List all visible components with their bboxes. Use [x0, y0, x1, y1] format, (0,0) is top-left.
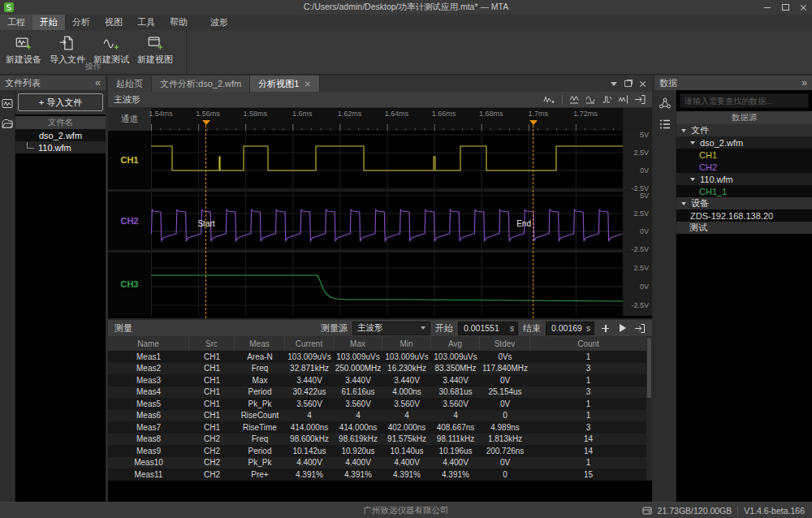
float-view-icon[interactable] [624, 80, 632, 87]
tree-item-110.wfm[interactable]: 110.wfm [676, 173, 812, 185]
measure-start-input[interactable] [459, 323, 517, 333]
table-row[interactable]: Meas4CH1Period30.422us61.616us4.000ns30.… [108, 386, 646, 399]
status-right: 21.73GB/120.00GB V1.4.6-beta.166 [642, 506, 812, 516]
table-cell: 14 [530, 445, 646, 457]
table-row[interactable]: Meas11CH2Pre+4.391%4.391%4.391%4.391%015 [108, 468, 646, 481]
menu-item-1[interactable]: 工程 [0, 15, 32, 30]
export-view-icon[interactable] [634, 94, 646, 105]
tree-item-ch2[interactable]: CH2 [676, 161, 812, 173]
table-cell: Meas4 [108, 386, 189, 399]
channel-label-ch2[interactable]: CH2 [108, 192, 151, 250]
table-cell: CH2 [189, 457, 235, 469]
tree-item--[interactable]: 测试 [676, 222, 812, 234]
caret-down-icon[interactable] [690, 141, 695, 145]
file-row[interactable]: 110.wfm [15, 141, 106, 153]
caret-down-icon[interactable] [681, 202, 686, 205]
application-window: C:/Users/admin/Desktop/功率计测试应用.mta* — MT… [0, 0, 812, 518]
table-row[interactable]: Meas10CH2Pk_Pk4.400V4.400V4.400V4.400V0V… [108, 457, 646, 469]
channel-band-ch3: CH32.5V0V-2.5V [108, 253, 652, 316]
menu-item-6[interactable]: 帮助 [162, 15, 195, 30]
table-row[interactable]: Meas9CH2Period10.142us10.920us10.140us10… [108, 445, 646, 457]
tree-item--[interactable]: 文件 [676, 124, 812, 136]
table-cell: RiseCount [235, 410, 285, 422]
channel-plot-ch2[interactable] [151, 192, 623, 250]
tree-item--[interactable]: 设备 [676, 197, 812, 209]
table-cell: 4 [285, 410, 334, 422]
table-cell: 4.391% [431, 468, 480, 481]
channel-label-ch3[interactable]: CH3 [108, 253, 151, 316]
column-header-min: Min [382, 336, 431, 351]
file-name-column-header: 文件名 [15, 116, 106, 129]
wave-zoom-out-icon[interactable] [585, 94, 598, 105]
file-row[interactable]: dso_2.wfm [15, 129, 106, 141]
waveform-display[interactable]: 通道1.54ms1.56ms1.58ms1.6ms1.62ms1.64ms1.6… [108, 108, 652, 318]
folder-icon[interactable] [2, 119, 13, 129]
maximize-button[interactable] [776, 0, 794, 15]
data-search-input[interactable] [680, 93, 809, 108]
table-scrollbar[interactable] [646, 336, 652, 481]
data-node-icon[interactable] [659, 97, 672, 110]
tab-2[interactable]: 文件分析:dso_2.wfm [152, 76, 250, 92]
axis-corner [623, 108, 652, 131]
ribbon-group-actions: 操作 新建设备导入文件新建测试新建视图 [0, 30, 187, 74]
table-cell: 0 [480, 410, 530, 422]
menu-item-2[interactable]: 开始 [32, 15, 65, 30]
expand-panel-button[interactable]: » [801, 78, 807, 88]
table-cell: 3.560V [431, 398, 480, 410]
data-list-icon[interactable] [659, 118, 672, 131]
data-source-header: 数据源 [676, 111, 812, 124]
close-button[interactable] [794, 0, 812, 15]
menu-item-4[interactable]: 视图 [97, 15, 130, 30]
channel-name: CH2 [120, 216, 138, 226]
wave-pulse-icon[interactable] [602, 94, 614, 105]
run-measure-button[interactable] [616, 322, 628, 335]
menu-item-7[interactable]: 波形 [203, 15, 235, 30]
voltage-scale-label: 5V [640, 131, 649, 139]
table-row[interactable]: Meas3CH1Max3.440V3.440V3.440V3.440V0V1 [108, 374, 646, 386]
close-tab-icon[interactable] [304, 80, 311, 87]
add-measure-button[interactable] [599, 322, 611, 335]
table-row[interactable]: Meas5CH1Pk_Pk3.560V3.560V3.560V3.560V0V1 [108, 398, 646, 410]
channel-label-ch1[interactable]: CH1 [108, 131, 151, 189]
wave-cursor-icon[interactable] [618, 94, 630, 105]
file-name: dso_2.wfm [39, 131, 82, 140]
tree-item-zds-192.168.138.20[interactable]: ZDS-192.168.138.20 [676, 209, 812, 222]
wave-zoom-in-icon[interactable] [569, 94, 581, 105]
table-cell: Period [235, 386, 285, 399]
tree-item-dso_2.wfm[interactable]: dso_2.wfm [676, 136, 812, 149]
table-row[interactable]: Meas1CH1Area-N103.009uVs103.009uVs103.00… [108, 351, 646, 363]
caret-down-icon[interactable] [690, 178, 695, 181]
table-row[interactable]: Meas2CH1Freq32.871kHz250.000MHz16.230kHz… [108, 363, 646, 375]
collapse-panel-button[interactable]: « [95, 78, 101, 88]
menu-item-3[interactable]: 分析 [65, 15, 97, 30]
tab-1[interactable]: 起始页 [108, 76, 152, 92]
close-view-icon[interactable] [639, 80, 646, 88]
disk-usage: 21.73GB/120.00GB [658, 506, 732, 516]
import-file-button[interactable]: + 导入文件 [18, 93, 103, 111]
tab-3[interactable]: 分析视图1 [250, 76, 320, 92]
wave-measure-icon[interactable] [543, 94, 555, 105]
window-title: C:/Users/admin/Desktop/功率计测试应用.mta* — MT… [304, 2, 508, 13]
menu-item-5[interactable]: 工具 [130, 15, 162, 30]
channel-plot-ch3[interactable] [151, 253, 623, 316]
caret-down-icon[interactable] [681, 129, 686, 132]
table-row[interactable]: Meas6CH1RiseCount444401 [108, 410, 646, 422]
table-cell: 103.009uVs [285, 351, 334, 363]
file-list-panel-title: 文件列表 [5, 77, 41, 89]
channel-plot-ch1[interactable] [151, 131, 623, 189]
measure-start-label: 开始 [435, 322, 453, 335]
table-scrollbar-thumb[interactable] [647, 338, 651, 398]
measure-source-select[interactable]: 主波形 [352, 322, 430, 335]
table-row[interactable]: Meas7CH1RiseTime414.000ns414.000ns402.00… [108, 421, 646, 434]
tab-list-dropdown-icon[interactable] [611, 82, 617, 86]
table-cell: 98.111kHz [431, 434, 480, 446]
table-row[interactable]: Meas8CH2Freq98.600kHz98.619kHz91.575kHz9… [108, 434, 646, 446]
close-icon [800, 4, 807, 11]
export-measure-button[interactable] [633, 322, 646, 335]
measure-source-value: 主波形 [357, 322, 383, 334]
waveform-file-icon[interactable] [2, 98, 13, 109]
table-cell: 0 [480, 468, 530, 481]
minimize-button[interactable] [758, 0, 776, 15]
tree-item-ch1[interactable]: CH1 [676, 149, 812, 161]
tree-item-ch1_1[interactable]: CH1_1 [676, 185, 812, 197]
